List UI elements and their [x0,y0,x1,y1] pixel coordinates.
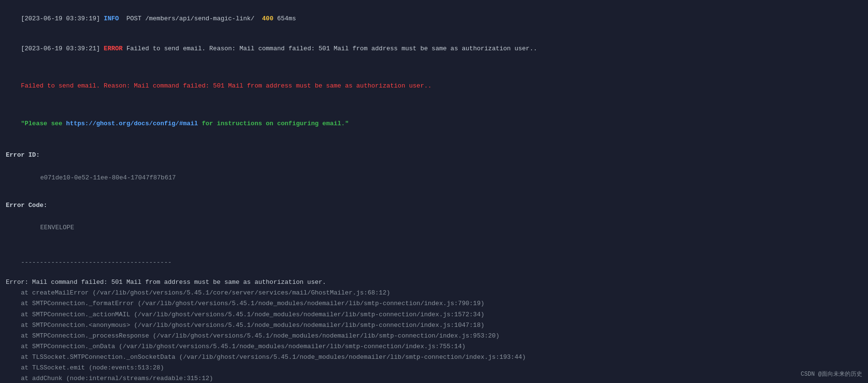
timestamp-1: [2023-06-19 03:39:19] [21,15,104,22]
error-id-value: e071de10-0e52-11ee-80e4-17047f87b617 [25,161,862,195]
stack-line-6: at SMTPConnection._onData (/var/lib/ghos… [6,341,862,352]
watermark: CSDN @面向未来的历史 [801,370,862,378]
timestamp-2: [2023-06-19 03:39:21] [21,45,104,52]
stack-line-5: at SMTPConnection._processResponse (/var… [6,331,862,341]
stack-line-8: at TLSSocket.emit (node:events:513:28) [6,363,862,373]
stack-line-0: Error: Mail command failed: 501 Mail fro… [6,277,862,288]
log-message-1: POST /members/api/send-magic-link/ [119,15,262,22]
error-code-label: Error Code: [6,200,862,211]
log-line-2: [2023-06-19 03:39:21] ERROR Failed to se… [6,34,862,64]
stack-line-2: at SMTPConnection._formatError (/var/lib… [6,298,862,309]
error-summary: Failed to send email. Reason: Mail comma… [6,69,862,103]
divider: ---------------------------------------- [6,251,862,273]
stack-line-4: at SMTPConnection.<anonymous> (/var/lib/… [6,320,862,331]
stack-trace: Error: Mail command failed: 501 Mail fro… [6,277,862,383]
stack-line-7: at TLSSocket.SMTPConnection._onSocketDat… [6,352,862,363]
level-info: INFO [104,15,119,22]
log-line-1: [2023-06-19 03:39:19] INFO POST /members… [6,4,862,34]
log-duration-1: 654ms [273,15,296,22]
stack-line-3: at SMTPConnection._actionMAIL (/var/lib/… [6,309,862,320]
status-code-1: 400 [262,15,273,22]
terminal-container: [2023-06-19 03:39:19] INFO POST /members… [6,4,862,383]
level-error: ERROR [104,45,123,52]
stack-line-1: at createMailError (/var/lib/ghost/versi… [6,288,862,298]
error-id-label: Error ID: [6,149,862,161]
stack-line-9: at addChunk (node:internal/streams/reada… [6,373,862,383]
notice-link[interactable]: https://ghost.org/docs/config/#mail [66,120,198,127]
log-message-2: Failed to send email. Reason: Mail comma… [123,45,537,52]
error-code-value: EENVELOPE [25,211,862,245]
notice-block: "Please see https://ghost.org/docs/confi… [6,107,862,141]
